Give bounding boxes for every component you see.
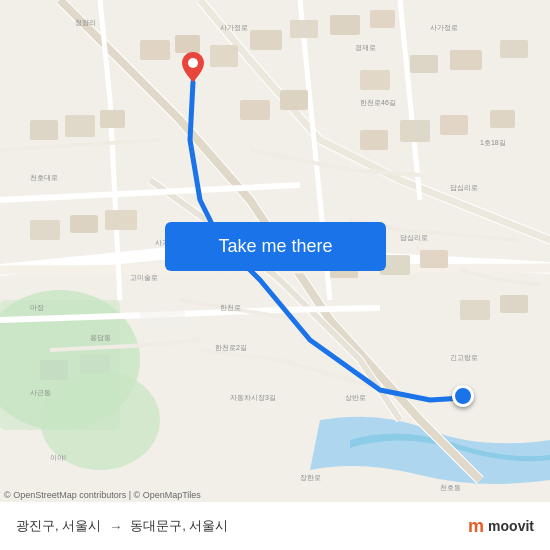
svg-rect-26 <box>105 210 137 230</box>
arrow-icon: → <box>109 519 122 534</box>
svg-rect-16 <box>360 70 390 90</box>
svg-text:용담동: 용담동 <box>90 334 111 342</box>
svg-text:천호대로: 천호대로 <box>30 174 58 181</box>
svg-text:사가정로: 사가정로 <box>220 24 248 31</box>
moovit-m-icon: m <box>468 516 484 537</box>
svg-text:사근동: 사근동 <box>30 389 51 396</box>
svg-rect-13 <box>100 110 125 128</box>
svg-text:사가정로: 사가정로 <box>430 24 458 31</box>
svg-text:고미술로: 고미술로 <box>130 274 158 281</box>
svg-rect-11 <box>30 120 58 140</box>
map-container: 청량리 천호대로 사가정로 사기청로2길 고미술로 한천로 한천로2길 자동차시… <box>0 0 550 550</box>
bottom-bar: 광진구, 서울시 → 동대문구, 서울시 m moovit <box>0 502 550 550</box>
svg-rect-31 <box>500 295 528 313</box>
svg-text:청량리: 청량리 <box>75 19 96 26</box>
route-info: 광진구, 서울시 → 동대문구, 서울시 <box>16 517 228 535</box>
svg-text:장한로: 장한로 <box>300 474 321 481</box>
map-background: 청량리 천호대로 사가정로 사기청로2길 고미술로 한천로 한천로2길 자동차시… <box>0 0 550 550</box>
end-pin <box>452 385 474 407</box>
svg-text:상반로: 상반로 <box>345 394 366 401</box>
svg-text:이야!: 이야! <box>50 454 66 461</box>
destination-label: 동대문구, 서울시 <box>130 517 228 535</box>
svg-rect-20 <box>360 130 388 150</box>
svg-text:한천로46길: 한천로46길 <box>360 99 396 106</box>
svg-rect-5 <box>175 35 200 53</box>
svg-text:한천로2길: 한천로2길 <box>215 344 247 351</box>
svg-text:마장: 마장 <box>30 304 44 311</box>
svg-rect-25 <box>70 215 98 233</box>
svg-text:긴고랑로: 긴고랑로 <box>450 354 478 361</box>
svg-rect-6 <box>210 45 238 67</box>
svg-rect-21 <box>400 120 430 142</box>
svg-text:자동차시장3길: 자동차시장3길 <box>230 394 276 401</box>
svg-rect-15 <box>280 90 308 110</box>
svg-rect-9 <box>330 15 360 35</box>
svg-point-57 <box>188 58 198 68</box>
take-me-there-button[interactable]: Take me there <box>165 222 386 271</box>
svg-rect-22 <box>440 115 468 135</box>
svg-rect-33 <box>80 355 110 373</box>
svg-rect-12 <box>65 115 95 137</box>
map-attribution: © OpenStreetMap contributors | © OpenMap… <box>4 490 201 500</box>
svg-text:답십리로: 답십리로 <box>450 184 478 192</box>
svg-text:한천로: 한천로 <box>220 304 241 311</box>
start-pin <box>182 52 204 82</box>
svg-rect-32 <box>40 360 68 380</box>
svg-text:1호18길: 1호18길 <box>480 139 506 146</box>
svg-rect-8 <box>290 20 318 38</box>
origin-label: 광진구, 서울시 <box>16 517 101 535</box>
svg-rect-10 <box>370 10 395 28</box>
svg-rect-4 <box>140 40 170 60</box>
moovit-brand: moovit <box>488 518 534 534</box>
svg-rect-17 <box>410 55 438 73</box>
svg-text:경재로: 경재로 <box>355 44 376 51</box>
svg-rect-23 <box>490 110 515 128</box>
svg-rect-18 <box>450 50 482 70</box>
svg-rect-29 <box>420 250 448 268</box>
svg-rect-34 <box>140 310 185 325</box>
svg-rect-14 <box>240 100 270 120</box>
svg-rect-19 <box>500 40 528 58</box>
svg-rect-24 <box>30 220 60 240</box>
svg-text:담십리로: 담십리로 <box>400 234 428 242</box>
svg-rect-7 <box>250 30 282 50</box>
moovit-logo: m moovit <box>468 516 534 537</box>
svg-rect-30 <box>460 300 490 320</box>
svg-text:천호동: 천호동 <box>440 484 461 491</box>
